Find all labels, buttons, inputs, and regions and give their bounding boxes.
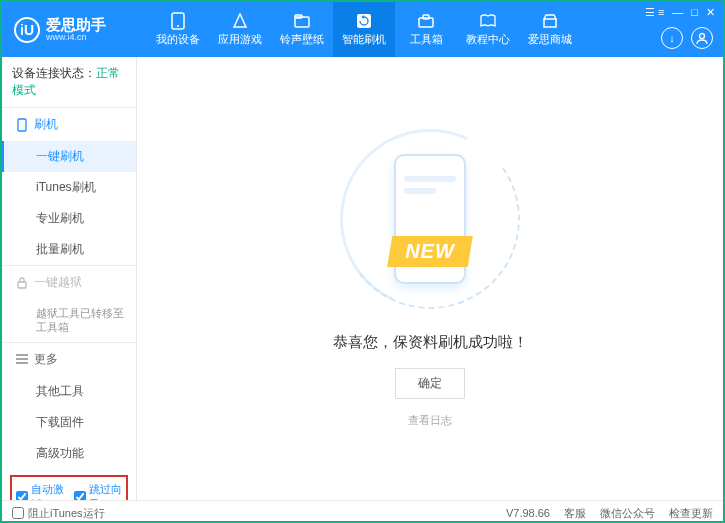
minimize-button[interactable]: — — [672, 6, 683, 19]
user-buttons: ↓ — [661, 27, 713, 49]
options-highlight: 自动激活 跳过向导 — [10, 475, 128, 500]
nav-store[interactable]: 爱思商城 — [519, 2, 581, 57]
footer: 阻止iTunes运行 V7.98.66 客服 微信公众号 检查更新 — [2, 500, 723, 523]
settings-button[interactable]: ☰ ≡ — [645, 6, 664, 19]
sidebar-item-download-fw[interactable]: 下载固件 — [2, 407, 136, 438]
svg-point-8 — [700, 34, 705, 39]
device-icon — [169, 13, 187, 29]
book-icon — [479, 13, 497, 29]
header: iU 爱思助手 www.i4.cn 我的设备 应用游戏 铃声壁纸 智能刷机 工具… — [2, 2, 723, 57]
section-flash[interactable]: 刷机 — [2, 108, 136, 141]
logo: iU 爱思助手 www.i4.cn — [2, 17, 147, 43]
main-content: NEW 恭喜您，保资料刷机成功啦！ 确定 查看日志 — [137, 57, 723, 500]
lock-icon — [16, 277, 28, 289]
new-ribbon: NEW — [387, 236, 473, 267]
maximize-button[interactable]: □ — [691, 6, 698, 19]
sidebar-item-onekey-flash[interactable]: 一键刷机 — [2, 141, 136, 172]
success-message: 恭喜您，保资料刷机成功啦！ — [333, 333, 528, 352]
nav-apps[interactable]: 应用游戏 — [209, 2, 271, 57]
svg-rect-9 — [18, 119, 26, 131]
nav-flash[interactable]: 智能刷机 — [333, 2, 395, 57]
section-more[interactable]: 更多 — [2, 343, 136, 376]
section-jailbreak[interactable]: 一键越狱 — [2, 266, 136, 299]
sidebar-item-itunes-flash[interactable]: iTunes刷机 — [2, 172, 136, 203]
sidebar: 设备连接状态：正常模式 刷机 一键刷机 iTunes刷机 专业刷机 批量刷机 一… — [2, 57, 137, 500]
sidebar-item-jailbreak-moved: 越狱工具已转移至工具箱 — [2, 299, 136, 342]
sidebar-item-other-tools[interactable]: 其他工具 — [2, 376, 136, 407]
nav-tutorials[interactable]: 教程中心 — [457, 2, 519, 57]
app-title: 爱思助手 — [46, 17, 106, 32]
apps-icon — [231, 13, 249, 29]
window-controls: ☰ ≡ — □ ✕ — [645, 6, 715, 19]
ok-button[interactable]: 确定 — [395, 368, 465, 399]
refresh-icon — [355, 13, 373, 29]
success-illustration: NEW — [340, 129, 520, 309]
folder-icon — [293, 13, 311, 29]
version-label: V7.98.66 — [506, 507, 550, 519]
sidebar-item-pro-flash[interactable]: 专业刷机 — [2, 203, 136, 234]
connection-status: 设备连接状态：正常模式 — [2, 57, 136, 107]
check-update-link[interactable]: 检查更新 — [669, 506, 713, 521]
nav-ringtones[interactable]: 铃声壁纸 — [271, 2, 333, 57]
wechat-link[interactable]: 微信公众号 — [600, 506, 655, 521]
store-icon — [541, 13, 559, 29]
logo-icon: iU — [14, 17, 40, 43]
chk-block-itunes[interactable]: 阻止iTunes运行 — [12, 506, 105, 521]
close-button[interactable]: ✕ — [706, 6, 715, 19]
svg-rect-10 — [18, 282, 26, 288]
download-button[interactable]: ↓ — [661, 27, 683, 49]
more-icon — [16, 353, 28, 365]
app-subtitle: www.i4.cn — [46, 32, 106, 42]
svg-point-1 — [177, 25, 179, 27]
sidebar-item-batch-flash[interactable]: 批量刷机 — [2, 234, 136, 265]
chk-skip-guide[interactable]: 跳过向导 — [74, 482, 122, 500]
toolbox-icon — [417, 13, 435, 29]
svg-rect-6 — [423, 15, 429, 19]
svg-rect-7 — [544, 19, 556, 27]
sidebar-item-advanced[interactable]: 高级功能 — [2, 438, 136, 469]
nav-toolbox[interactable]: 工具箱 — [395, 2, 457, 57]
view-log-link[interactable]: 查看日志 — [408, 413, 452, 428]
chk-auto-activate[interactable]: 自动激活 — [16, 482, 64, 500]
support-link[interactable]: 客服 — [564, 506, 586, 521]
user-button[interactable] — [691, 27, 713, 49]
top-nav: 我的设备 应用游戏 铃声壁纸 智能刷机 工具箱 教程中心 爱思商城 — [147, 2, 581, 57]
nav-my-device[interactable]: 我的设备 — [147, 2, 209, 57]
flash-icon — [16, 119, 28, 131]
